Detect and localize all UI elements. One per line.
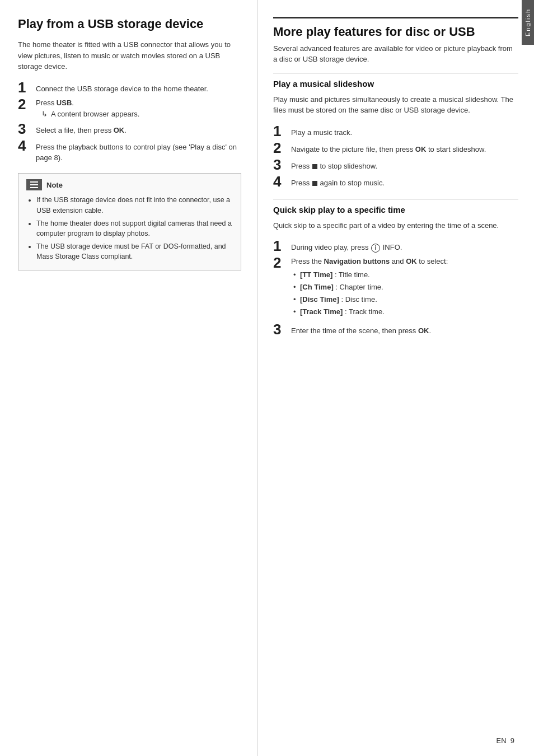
slideshow-step-3: 3 Press to stop slideshow. (273, 158, 518, 172)
quickskip-step-text-1: During video play, press i INFO. (291, 240, 402, 253)
bullet-disc-time: [Disc Time] : Disc time. (291, 295, 448, 305)
quick-skip-steps: 1 During video play, press i INFO. 2 Pre… (273, 240, 518, 337)
slideshow-step-num-3: 3 (273, 157, 291, 172)
slideshow-step-4: 4 Press again to stop music. (273, 175, 518, 189)
right-column: More play features for disc or USB Sever… (257, 0, 534, 756)
step-num-1: 1 (18, 80, 36, 95)
slideshow-step-text-3: Press to stop slideshow. (291, 158, 377, 172)
bullet-ch-time: [Ch Time] : Chapter time. (291, 282, 448, 292)
note-icon-line-3 (30, 187, 38, 188)
slideshow-step-text-1: Play a music track. (291, 125, 352, 138)
note-icon-line-2 (30, 184, 38, 185)
subsection-musical-slideshow-title: Play a musical slideshow (273, 73, 518, 88)
note-label: Note (46, 181, 63, 189)
step-2: 2 Press USB. ↳ A content browser appears… (18, 98, 241, 119)
step-4: 4 Press the playback buttons to control … (18, 139, 241, 164)
right-intro: Several advanced features are available … (273, 43, 518, 65)
note-list: If the USB storage device does not fit i… (26, 195, 233, 262)
quickskip-step-2: 2 Press the Navigation buttons and OK to… (273, 256, 518, 320)
left-column: Play from a USB storage device The home … (0, 0, 257, 756)
note-header: Note (26, 179, 233, 190)
sub-step-2: ↳ A content browser appears. (36, 110, 139, 118)
step-text-4: Press the playback buttons to control pl… (36, 139, 241, 164)
quickskip-step-1: 1 During video play, press i INFO. (273, 240, 518, 253)
step-3: 3 Select a file, then press OK. (18, 123, 241, 136)
step-num-4: 4 (18, 138, 36, 153)
note-item-3: The USB storage device must be FAT or DO… (36, 241, 233, 262)
note-item-2: The home theater does not support digita… (36, 218, 233, 239)
step-num-3: 3 (18, 122, 36, 136)
quickskip-step-text-2: Press the Navigation buttons and OK to s… (291, 254, 448, 265)
slideshow-step-text-2: Navigate to the picture file, then press… (291, 142, 486, 155)
note-item-1: If the USB storage device does not fit i… (36, 195, 233, 215)
slideshow-steps: 1 Play a music track. 2 Navigate to the … (273, 125, 518, 189)
left-intro: The home theater is fitted with a USB co… (18, 39, 241, 72)
slideshow-step-num-4: 4 (273, 174, 291, 189)
quick-skip-bullet-list: [TT Time] : Title time. [Ch Time] : Chap… (291, 270, 448, 318)
left-section-title: Play from a USB storage device (18, 17, 241, 31)
step-1: 1 Connect the USB storage device to the … (18, 81, 241, 95)
slideshow-step-2: 2 Navigate to the picture file, then pre… (273, 142, 518, 155)
info-icon: i (371, 244, 380, 253)
bullet-tt-time: [TT Time] : Title time. (291, 270, 448, 280)
quickskip-step-num-3: 3 (273, 322, 291, 337)
bullet-track-time: [Track Time] : Track time. (291, 307, 448, 317)
stop-icon-1 (312, 164, 317, 169)
page: Play from a USB storage device The home … (0, 0, 534, 756)
sub-text-2: A content browser appears. (51, 110, 139, 118)
slideshow-step-text-4: Press again to stop music. (291, 175, 385, 189)
step-text-1: Connect the USB storage device to the ho… (36, 81, 208, 95)
language-tab: English (522, 0, 534, 45)
quickskip-step-text-3: Enter the time of the scene, then press … (291, 323, 431, 337)
slideshow-step-num-2: 2 (273, 141, 291, 155)
note-icon (26, 179, 42, 190)
note-icon-lines (30, 181, 38, 188)
subsection-quick-skip-title: Quick skip play to a specific time (273, 199, 518, 214)
step-text-2: Press USB. (36, 96, 74, 107)
quickskip-step-num-2: 2 (273, 255, 291, 270)
page-footer: EN 9 (496, 736, 514, 745)
page-num: 9 (510, 736, 514, 745)
right-section-title: More play features for disc or USB (273, 17, 518, 40)
left-steps: 1 Connect the USB storage device to the … (18, 81, 241, 164)
arrow-icon: ↳ (41, 110, 48, 118)
slideshow-step-1: 1 Play a music track. (273, 125, 518, 138)
page-label: EN (496, 736, 506, 745)
note-icon-line-1 (30, 181, 38, 183)
quickskip-step-3: 3 Enter the time of the scene, then pres… (273, 323, 518, 337)
quick-skip-intro: Quick skip to a specific part of a video… (273, 220, 518, 231)
step-num-2: 2 (18, 97, 36, 111)
step-text-3: Select a file, then press OK. (36, 123, 127, 136)
musical-slideshow-intro: Play music and pictures simultaneously t… (273, 94, 518, 116)
note-box: Note If the USB storage device does not … (18, 173, 241, 270)
slideshow-step-num-1: 1 (273, 124, 291, 138)
quickskip-step-num-1: 1 (273, 239, 291, 253)
stop-icon-2 (312, 181, 317, 186)
